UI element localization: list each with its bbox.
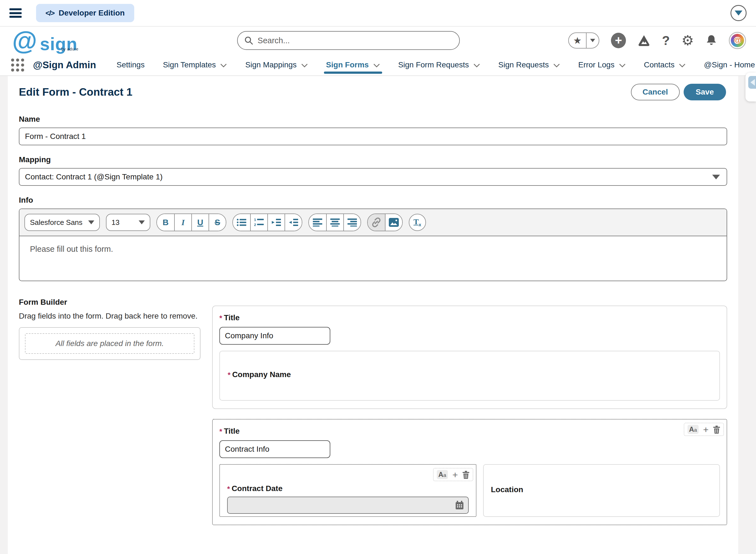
text-style-group: B I U S	[156, 214, 226, 231]
field-company-name[interactable]: * Company Name	[219, 351, 720, 401]
tab-settings[interactable]: Settings	[116, 54, 145, 75]
image-icon	[388, 217, 399, 227]
font-icon: Aa	[438, 470, 446, 478]
page-title: Edit Form - Contract 1	[19, 86, 132, 98]
collapse-panel-button[interactable]	[746, 73, 756, 102]
bold-button[interactable]: B	[157, 214, 174, 231]
font-size-select[interactable]: 13	[106, 214, 150, 231]
underline-button[interactable]: U	[192, 214, 209, 231]
section-title-label: * Title	[219, 313, 720, 323]
gear-icon: ⚙	[682, 33, 694, 49]
tab-sign-form-requests[interactable]: Sign Form Requests	[398, 54, 480, 75]
font-size-value: 13	[111, 218, 119, 227]
favorites-button[interactable]: ★	[568, 33, 599, 49]
field-label: * Contract Date	[227, 484, 469, 493]
media-group	[367, 214, 403, 231]
form-canvas: * Title * Company Name	[212, 306, 727, 525]
name-input[interactable]	[19, 127, 727, 145]
dropzone-empty-text: All fields are placed in the form.	[55, 339, 164, 348]
star-icon[interactable]: ★	[569, 33, 586, 48]
edit-title-button[interactable]: Aa	[688, 425, 699, 434]
field-toolbar: Aa +	[433, 468, 473, 481]
align-left-button[interactable]	[309, 214, 326, 231]
avatar-ring	[731, 34, 744, 47]
content-card: Edit Form - Contract 1 Cancel Save Name …	[8, 76, 738, 554]
tab-sign-templates[interactable]: Sign Templates	[163, 54, 227, 75]
field-label: Location	[491, 485, 712, 494]
code-icon: </>	[46, 9, 54, 17]
align-left-icon	[313, 218, 322, 227]
chevron-down-icon	[373, 63, 380, 68]
field-dropzone-inner: All fields are placed in the form.	[25, 333, 195, 354]
top-utility-bar: </> Developer Edition	[0, 0, 756, 26]
numbered-list-button[interactable]: 1 2	[250, 214, 267, 231]
arrow-left-icon	[750, 79, 755, 86]
required-mark: *	[228, 371, 230, 379]
guidance-center-button[interactable]	[638, 34, 650, 47]
delete-section-button[interactable]	[713, 425, 720, 434]
mapping-select[interactable]	[19, 168, 727, 186]
rich-text-editor: Salesforce Sans 13 B I U S	[19, 209, 727, 281]
field-contract-date[interactable]: Aa +	[219, 464, 477, 517]
list-indent-group: 1 2	[232, 214, 302, 231]
logo-subtext: by adure	[61, 42, 78, 56]
help-button[interactable]: ?	[662, 33, 670, 48]
field-dropzone[interactable]: All fields are placed in the form.	[19, 327, 201, 360]
mapping-select-value[interactable]	[19, 168, 727, 186]
tab-contacts[interactable]: Contacts	[644, 54, 686, 75]
field-location[interactable]: Location	[483, 464, 720, 517]
chevron-down-icon	[679, 63, 686, 68]
font-family-value: Salesforce Sans	[30, 218, 83, 227]
app-navigation-bar: @Sign Admin Settings Sign Templates Sign…	[0, 54, 756, 76]
global-search[interactable]	[237, 31, 460, 50]
align-right-button[interactable]	[343, 214, 361, 231]
edit-field-button[interactable]: Aa	[437, 470, 448, 479]
tab-sign-home[interactable]: @Sign - Home	[704, 54, 755, 75]
form-section-contract-info[interactable]: Aa +	[212, 419, 727, 525]
bulleted-list-button[interactable]	[233, 214, 250, 231]
user-avatar[interactable]: @	[729, 32, 746, 49]
favorites-dropdown[interactable]	[586, 33, 599, 48]
chevron-down-icon	[619, 63, 626, 68]
section-title-input[interactable]	[219, 327, 330, 345]
insert-image-button[interactable]	[385, 214, 402, 231]
setup-button[interactable]: ⚙	[682, 33, 694, 49]
add-field-button[interactable]: +	[703, 426, 709, 433]
info-label: Info	[19, 196, 727, 205]
strikethrough-button[interactable]: S	[209, 214, 226, 231]
save-button[interactable]: Save	[684, 84, 726, 100]
form-builder-palette: Drag fields into the form. Drag back her…	[19, 307, 201, 525]
outdent-icon	[288, 218, 299, 227]
hamburger-menu-icon[interactable]	[9, 8, 21, 18]
outdent-button[interactable]	[284, 214, 302, 231]
align-center-icon	[330, 218, 340, 227]
chevron-down-icon	[735, 10, 742, 15]
logo-at-icon: @	[12, 30, 37, 51]
font-family-select[interactable]: Salesforce Sans	[24, 214, 100, 231]
search-input[interactable]	[258, 36, 452, 45]
remove-formatting-button[interactable]: Tx	[409, 214, 426, 231]
font-icon: Aa	[689, 425, 697, 433]
indent-button[interactable]	[267, 214, 284, 231]
global-actions-button[interactable]: +	[611, 33, 626, 48]
user-menu-button[interactable]	[731, 5, 747, 21]
tab-sign-forms[interactable]: Sign Forms	[326, 54, 380, 75]
cancel-button[interactable]: Cancel	[631, 84, 680, 100]
editor-body[interactable]: Please fill out this form.	[19, 236, 726, 281]
rich-text-toolbar: Salesforce Sans 13 B I U S	[19, 209, 726, 236]
tab-error-logs[interactable]: Error Logs	[578, 54, 626, 75]
contract-date-input[interactable]	[227, 497, 469, 514]
notifications-button[interactable]	[706, 34, 717, 47]
tab-sign-mappings[interactable]: Sign Mappings	[245, 54, 308, 75]
link-button[interactable]	[368, 214, 385, 231]
form-section-company-info[interactable]: * Title * Company Name	[212, 306, 727, 409]
app-launcher-icon[interactable]	[11, 58, 24, 71]
italic-button[interactable]: I	[174, 214, 192, 231]
delete-field-button[interactable]	[462, 470, 470, 479]
section-toolbar: Aa +	[684, 423, 724, 436]
add-field-button[interactable]: +	[452, 471, 458, 478]
svg-text:2: 2	[254, 223, 256, 227]
tab-sign-requests[interactable]: Sign Requests	[498, 54, 560, 75]
section-title-input[interactable]	[219, 440, 330, 458]
align-center-button[interactable]	[326, 214, 343, 231]
